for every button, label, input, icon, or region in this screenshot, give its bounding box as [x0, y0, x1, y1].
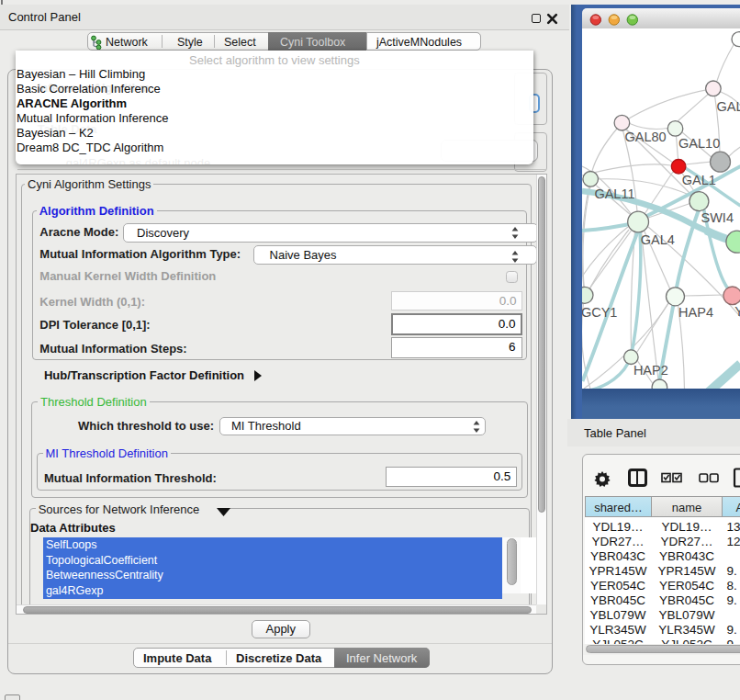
svg-text:HAP4: HAP4: [678, 305, 713, 320]
svg-text:SWI4: SWI4: [701, 210, 733, 225]
svg-text:GAL80: GAL80: [624, 130, 666, 144]
svg-text:Y: Y: [734, 304, 740, 319]
svg-text:GAL1: GAL1: [681, 173, 715, 187]
svg-text:GCY1: GCY1: [582, 305, 617, 320]
svg-text:GAL4: GAL4: [640, 232, 674, 247]
svg-text:GAL10: GAL10: [678, 136, 720, 151]
svg-text:GAL7: GAL7: [716, 99, 740, 114]
svg-text:HAP2: HAP2: [633, 363, 667, 378]
svg-text:GAL11: GAL11: [594, 186, 634, 201]
